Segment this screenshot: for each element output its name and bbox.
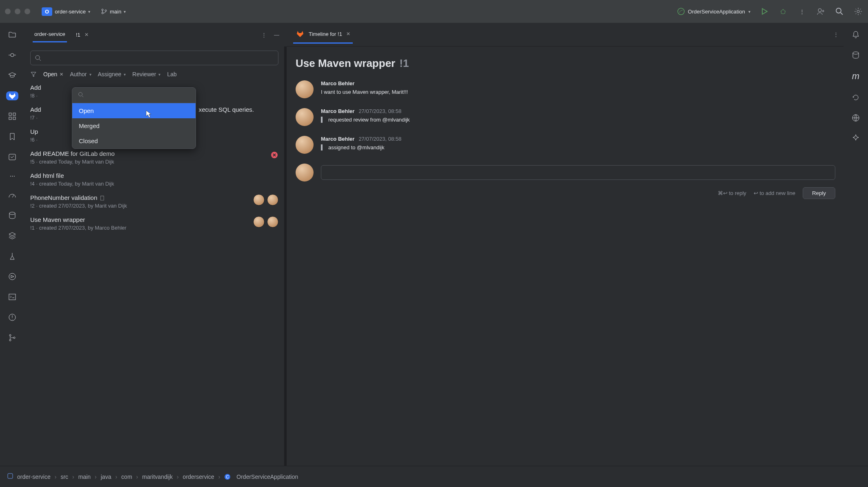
breadcrumb-item[interactable]: maritvandijk [142, 474, 173, 480]
database-tool-icon[interactable] [6, 211, 18, 220]
reply-hint-cmd: ⌘↩ to reply [718, 190, 746, 196]
svg-point-18 [9, 334, 11, 336]
breadcrumb-item[interactable]: src [60, 474, 68, 480]
assignee-avatars [253, 194, 278, 206]
mr-item[interactable]: Use Maven wrapper!1 · created 27/07/2023… [30, 216, 278, 231]
ai-assistant-icon[interactable] [850, 134, 862, 143]
clear-icon[interactable]: ✕ [60, 72, 63, 77]
dropdown-search[interactable] [72, 88, 196, 103]
svg-point-7 [857, 10, 859, 13]
reload-icon[interactable] [850, 93, 862, 102]
mr-panel: Open ✕ Author▾ Assignee▾ Reviewer▾ Lab A… [24, 46, 284, 466]
project-selector[interactable]: O order-service ▾ [38, 6, 93, 18]
terminal-tool-icon[interactable] [6, 292, 18, 301]
breadcrumb-item[interactable]: main [78, 474, 91, 480]
entry-author: Marco Behler [321, 108, 354, 114]
close-icon[interactable]: ✕ [85, 32, 89, 38]
entry-author: Marco Behler [321, 80, 354, 86]
notifications-icon[interactable] [850, 30, 862, 39]
avatar [296, 80, 314, 98]
gitlab-tool-icon[interactable] [6, 91, 18, 100]
endpoints-icon[interactable] [850, 113, 862, 122]
code-with-me-icon[interactable] [816, 7, 826, 16]
svg-rect-9 [9, 113, 11, 115]
svg-point-6 [836, 8, 841, 13]
svg-rect-10 [13, 113, 16, 115]
avatar [253, 216, 265, 228]
filter-author[interactable]: Author▾ [70, 71, 91, 77]
services-tool-icon[interactable] [6, 272, 18, 281]
filter-label[interactable]: Lab [167, 71, 176, 77]
filter-state[interactable]: Open ✕ [43, 71, 63, 77]
chevron-down-icon: ▾ [124, 9, 126, 14]
mr-item-title: Add README for GitLab demo [30, 150, 254, 157]
chevron-down-icon: ▾ [88, 9, 90, 14]
svg-rect-11 [9, 117, 11, 120]
build-tool-icon[interactable] [6, 252, 18, 261]
project-tool-icon[interactable] [6, 30, 18, 39]
branch-selector[interactable]: main ▾ [98, 7, 129, 16]
zoom-window[interactable] [24, 9, 30, 14]
commit-tool-icon[interactable] [6, 51, 18, 60]
more-actions-button[interactable]: ⋮ [797, 7, 807, 16]
filter-state-label: Open [43, 71, 57, 77]
pull-requests-tool-icon[interactable] [6, 153, 18, 162]
structure-tool-icon[interactable] [6, 112, 18, 121]
close-window[interactable] [5, 9, 11, 14]
breadcrumb-item[interactable]: com [121, 474, 132, 480]
search-input[interactable] [30, 51, 278, 65]
cursor-icon [145, 110, 152, 120]
database-right-icon[interactable] [850, 51, 862, 60]
timeline-entry: Marco BehlerI want to use Maven wrapper,… [296, 80, 835, 98]
mr-item[interactable]: Add html file!4 · created Today, by Mari… [30, 172, 278, 187]
panel-menu-icon[interactable]: ⋮ [261, 32, 267, 38]
filter-reviewer-label: Reviewer [132, 71, 156, 77]
detail-menu-icon[interactable]: ⋮ [833, 31, 839, 38]
reply-button[interactable]: Reply [803, 187, 835, 199]
dropdown-option[interactable]: Merged [72, 118, 196, 133]
dropdown-option[interactable]: Closed [72, 133, 196, 148]
breadcrumb-item[interactable]: orderservice [183, 474, 214, 480]
search-everywhere-icon[interactable] [835, 7, 844, 16]
tab-project[interactable]: order-service [33, 27, 67, 42]
minimize-window[interactable] [15, 9, 20, 14]
panel-minimize-icon[interactable]: — [274, 32, 279, 38]
layers-tool-icon[interactable] [6, 231, 18, 240]
filter-icon[interactable] [30, 71, 37, 77]
run-configuration[interactable]: OrderServiceApplication ▾ [677, 8, 750, 15]
svg-point-5 [818, 9, 821, 12]
entry-time: 27/07/2023, 08:58 [358, 108, 401, 114]
bookmarks-tool-icon[interactable] [6, 132, 18, 141]
more-tool-icon[interactable]: ⋯ [6, 173, 18, 179]
tab-timeline[interactable]: Timeline for !1 ✕ [293, 25, 353, 44]
dropdown-option[interactable]: Open [72, 103, 196, 118]
meter-tool-icon[interactable] [6, 190, 18, 199]
settings-icon[interactable] [853, 7, 863, 16]
search-input-field[interactable] [45, 55, 274, 61]
reply-input[interactable] [321, 165, 835, 180]
breadcrumb: order-service›src›main›java›com›maritvan… [0, 466, 868, 487]
problems-tool-icon[interactable] [6, 313, 18, 322]
git-tool-icon[interactable] [6, 333, 18, 342]
entry-time: 27/07/2023, 08:58 [358, 136, 401, 142]
learn-tool-icon[interactable] [6, 71, 18, 80]
branch-icon [101, 8, 107, 15]
close-icon[interactable]: ✕ [346, 31, 350, 37]
breadcrumb-item[interactable]: java [101, 474, 111, 480]
mr-item[interactable]: PhoneNumber validation⎕!2 · created 27/0… [30, 194, 278, 209]
avatar [267, 216, 278, 228]
mr-item[interactable]: Add README for GitLab demo!5 · created T… [30, 150, 278, 165]
detail-tab-row: Timeline for !1 ✕ ⋮ [287, 23, 844, 46]
svg-point-1 [102, 12, 103, 14]
filter-author-label: Author [70, 71, 87, 77]
filter-assignee[interactable]: Assignee▾ [98, 71, 126, 77]
tab-mr-label: !1 [76, 32, 80, 38]
debug-button[interactable] [778, 7, 788, 16]
breadcrumb-item[interactable]: order-service [17, 474, 51, 480]
tab-mr[interactable]: !1 ✕ [74, 28, 90, 42]
breadcrumb-item[interactable]: OrderServiceApplication [236, 474, 298, 480]
filter-reviewer[interactable]: Reviewer▾ [132, 71, 160, 77]
run-button[interactable] [759, 7, 769, 16]
svg-point-24 [853, 52, 859, 54]
maven-tool-icon[interactable]: m [850, 71, 862, 82]
